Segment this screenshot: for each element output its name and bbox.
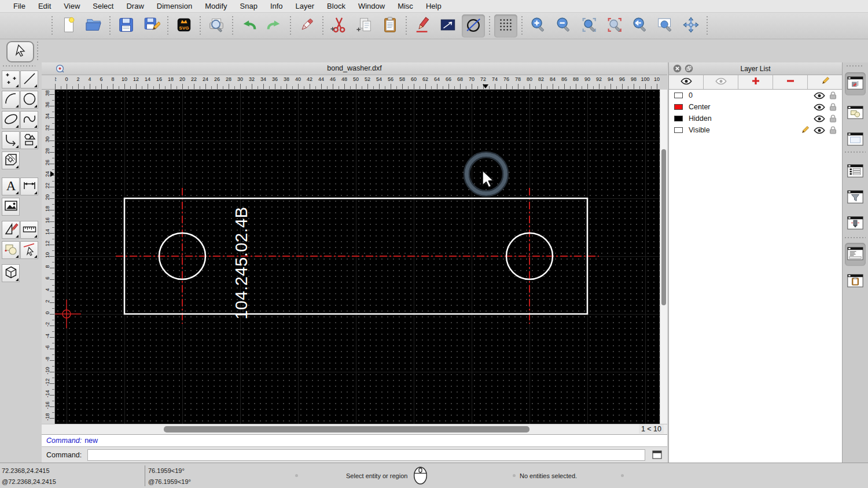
tool-spline[interactable] <box>20 111 38 129</box>
tool-line[interactable] <box>20 71 38 88</box>
circle-tool-button[interactable] <box>462 14 485 38</box>
horizontal-scrollbar[interactable]: 1 < 10 <box>42 424 667 434</box>
tool-ellipse[interactable] <box>2 111 20 129</box>
new-file-button[interactable] <box>57 14 80 38</box>
dock-library-button[interactable] <box>845 128 866 151</box>
drawing-canvas[interactable]: 104.245.02.4B <box>55 90 660 424</box>
drawing-window-titlebar[interactable]: bond_washer.dxf <box>42 62 667 75</box>
dock-filter-button[interactable] <box>845 186 866 209</box>
zoom-out-button[interactable] <box>552 14 575 38</box>
menu-item-layer[interactable]: Layer <box>289 2 321 10</box>
zoom-current-button[interactable] <box>603 14 626 38</box>
edit-layer-button[interactable] <box>808 75 842 89</box>
layer-row-0[interactable]: 0 <box>669 90 842 101</box>
undo-button[interactable] <box>237 14 260 38</box>
redo-button[interactable] <box>263 14 286 38</box>
v-ruler-label: 2 <box>45 295 50 308</box>
copy-button[interactable] <box>353 14 376 38</box>
draw-pen-button[interactable] <box>411 14 434 38</box>
h-ruler-label: 76 <box>500 76 513 82</box>
tool-solid-3d[interactable] <box>2 264 20 282</box>
dock-clipboard-button[interactable] <box>845 270 866 293</box>
layer-visibility-eye-icon[interactable] <box>814 127 825 134</box>
tool-text[interactable]: A <box>2 178 20 195</box>
tool-order[interactable] <box>2 241 20 259</box>
grid-toggle-button[interactable] <box>494 14 517 38</box>
dock-blocks-button[interactable] <box>845 102 866 125</box>
zoom-in-button[interactable] <box>527 14 550 38</box>
menu-item-modify[interactable]: Modify <box>198 2 233 10</box>
tool-polygon[interactable] <box>20 131 38 149</box>
show-all-eye-button[interactable] <box>669 75 704 89</box>
tool-circle[interactable] <box>20 91 38 109</box>
tool-explode[interactable] <box>20 241 38 259</box>
zoom-previous-button[interactable] <box>628 14 652 38</box>
layer-lock-icon[interactable] <box>829 103 837 111</box>
close-panel-icon[interactable] <box>672 64 682 73</box>
open-file-button[interactable] <box>82 14 105 38</box>
cut-button[interactable] <box>328 14 351 38</box>
save-as-button[interactable] <box>140 14 163 38</box>
save-button[interactable] <box>115 14 138 38</box>
v-ruler-label: -2 <box>45 318 50 331</box>
layer-row-visible[interactable]: Visible <box>669 124 842 136</box>
menu-item-info[interactable]: Info <box>264 2 289 10</box>
h-ruler-label: 42 <box>303 76 316 82</box>
menu-item-misc[interactable]: Misc <box>391 2 420 10</box>
line-tool-button[interactable] <box>436 14 459 38</box>
print-preview-button[interactable] <box>205 14 228 38</box>
h-ruler-label: 18 <box>164 76 177 82</box>
menu-item-file[interactable]: File <box>7 2 32 10</box>
menu-item-edit[interactable]: Edit <box>32 2 57 10</box>
zoom-pan-button[interactable] <box>679 14 703 38</box>
add-layer-button[interactable] <box>738 75 773 89</box>
menu-item-block[interactable]: Block <box>321 2 352 10</box>
menu-item-window[interactable]: Window <box>352 2 391 10</box>
horizontal-scrollbar-thumb[interactable] <box>164 426 529 432</box>
tool-hatch[interactable] <box>2 151 20 169</box>
menu-item-help[interactable]: Help <box>420 2 448 10</box>
tool-points[interactable] <box>2 71 20 88</box>
h-ruler-label: 28 <box>222 76 235 82</box>
tool-dimension[interactable] <box>20 178 38 195</box>
command-window-icon[interactable] <box>651 450 663 460</box>
librecad-window: FileEditViewSelectDrawDimensionModifySna… <box>0 0 868 488</box>
menu-item-snap[interactable]: Snap <box>234 2 264 10</box>
tool-measure[interactable] <box>20 221 38 239</box>
undock-panel-icon[interactable] <box>684 64 693 73</box>
layer-lock-icon[interactable] <box>829 114 837 123</box>
delete-button[interactable] <box>295 14 318 38</box>
dock-draw-button[interactable] <box>845 72 866 95</box>
v-ruler-label: 0 <box>45 306 50 319</box>
layer-row-center[interactable]: Center <box>669 101 842 113</box>
vertical-scrollbar-thumb[interactable] <box>661 149 666 305</box>
layer-visibility-eye-icon[interactable] <box>814 115 825 123</box>
command-input[interactable] <box>87 449 645 461</box>
zoom-window-button[interactable] <box>654 14 677 38</box>
dock-separator <box>845 237 866 238</box>
dock-command-button[interactable] <box>845 243 866 266</box>
paste-button[interactable] <box>378 14 402 38</box>
layer-lock-icon[interactable] <box>829 126 837 134</box>
remove-layer-button[interactable] <box>773 75 808 89</box>
layer-lock-icon[interactable] <box>829 91 837 99</box>
export-svg-button[interactable]: SVG <box>172 14 196 38</box>
tool-polyline[interactable] <box>2 131 20 149</box>
dock-pen-button[interactable] <box>845 212 866 235</box>
menu-item-select[interactable]: Select <box>86 2 120 10</box>
dock-layers-button[interactable] <box>845 160 866 183</box>
part-label-text: 104.245.02.4B <box>232 206 251 319</box>
menu-item-dimension[interactable]: Dimension <box>150 2 198 10</box>
tool-arc[interactable] <box>2 91 20 109</box>
layer-visibility-eye-icon[interactable] <box>814 92 825 99</box>
hide-all-eye-button[interactable] <box>704 75 738 89</box>
layer-visibility-eye-icon[interactable] <box>814 103 825 111</box>
select-tool-button[interactable] <box>6 41 34 62</box>
zoom-auto-button[interactable] <box>578 14 601 38</box>
layer-row-hidden[interactable]: Hidden <box>669 113 842 124</box>
tool-image[interactable] <box>2 198 20 216</box>
menu-item-view[interactable]: View <box>57 2 86 10</box>
menu-item-draw[interactable]: Draw <box>120 2 150 10</box>
vertical-scrollbar[interactable] <box>660 90 667 424</box>
tool-modify[interactable] <box>2 221 20 239</box>
